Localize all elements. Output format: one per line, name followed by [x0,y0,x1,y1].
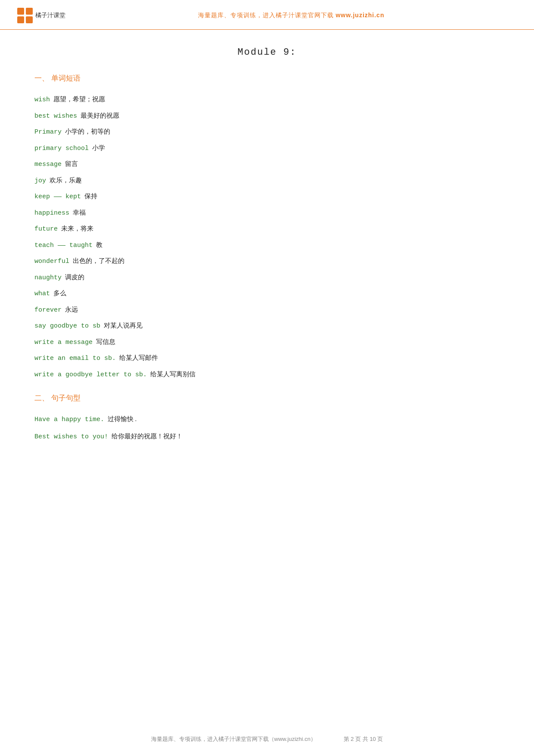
logo-icon [17,8,33,23]
slogan-text: 海量题库、专项训练，进入橘子汁课堂官网下载 [198,12,334,19]
vocab-en: say goodbye to sb [34,322,100,330]
vocab-en: teach ―― taught [34,242,93,249]
vocab-en: message [34,161,62,168]
vocab-zh: 对某人说再见 [104,322,143,329]
vocab-en: keep ―― kept [34,193,81,200]
vocab-zh: 调皮的 [65,274,84,281]
vocab-en: what [34,290,50,297]
vocab-zh: 小学 [92,144,105,151]
vocab-en: wish [34,96,50,103]
page-footer: 海量题库、专项训练，进入橘子汁课堂官网下载（www.juzizhi.cn） 第 … [0,735,534,743]
list-item: naughty 调皮的 [34,271,500,284]
list-item: say goodbye to sb 对某人说再见 [34,319,500,333]
sentence-en: Best wishes to you! [34,433,108,440]
vocab-zh: 幸福 [73,209,86,216]
vocab-zh: 最美好的祝愿 [81,112,119,119]
vocab-en: Primary [34,128,62,136]
vocab-en: naughty [34,274,62,281]
sentence-zh: 过得愉快 . [108,415,137,422]
list-item: wonderful 出色的，了不起的 [34,254,500,268]
vocab-zh: 永远 [65,306,78,313]
vocab-en: happiness [34,209,69,217]
vocab-en: write an email to sb. [34,355,116,362]
vocab-en: wonderful [34,258,69,265]
main-content: Module 9: 一、 单词短语 wish 愿望，希望；祝愿 best wis… [0,30,534,490]
vocab-zh: 欢乐，乐趣 [50,177,82,184]
footer-right-text: 第 2 页 共 10 页 [344,736,383,742]
vocab-zh: 多么 [53,290,66,297]
list-item: keep ―― kept 保持 [34,190,500,203]
sentence-list: Have a happy time. 过得愉快 . Best wishes to… [34,412,500,444]
list-item: write an email to sb. 给某人写邮件 [34,351,500,365]
list-item: teach ―― taught 教 [34,238,500,252]
list-item: forever 永远 [34,303,500,317]
vocab-zh: 写信息 [96,338,115,345]
list-item: primary school 小学 [34,141,500,155]
section1-heading: 一、 单词短语 [34,73,500,83]
vocab-zh: 给某人写邮件 [119,354,158,361]
list-item: message 留言 [34,157,500,171]
list-item: future 未来，将来 [34,222,500,236]
footer-left-text: 海量题库、专项训练，进入橘子汁课堂官网下载（www.juzizhi.cn） [151,736,317,742]
list-item: joy 欢乐，乐趣 [34,174,500,187]
vocab-zh: 出色的，了不起的 [73,257,124,264]
vocab-en: best wishes [34,112,77,120]
list-item: happiness 幸福 [34,206,500,220]
logo-text: 橘子汁课堂 [35,12,65,19]
vocab-en: write a goodbye letter to sb. [34,371,147,378]
svg-rect-3 [26,16,33,23]
list-item: Have a happy time. 过得愉快 . [34,412,500,426]
svg-rect-2 [17,16,24,23]
vocab-zh: 小学的，初等的 [65,128,110,135]
list-item: Primary 小学的，初等的 [34,125,500,139]
vocab-en: primary school [34,145,89,152]
list-item: write a message 写信息 [34,335,500,349]
vocab-zh: 给某人写离别信 [150,371,196,378]
page-header: 橘子汁课堂 海量题库、专项训练，进入橘子汁课堂官网下载 www.juzizhi.… [0,0,534,30]
svg-rect-0 [17,8,24,15]
svg-rect-1 [26,8,33,15]
sentence-en: Have a happy time. [34,416,104,423]
module-title: Module 9: [34,47,500,58]
logo-area: 橘子汁课堂 [17,8,65,23]
vocab-list: wish 愿望，希望；祝愿 best wishes 最美好的祝愿 Primary… [34,93,500,381]
list-item: write a goodbye letter to sb. 给某人写离别信 [34,368,500,381]
header-slogan: 海量题库、专项训练，进入橘子汁课堂官网下载 www.juzizhi.cn [65,12,517,19]
vocab-zh: 教 [96,241,102,248]
list-item: best wishes 最美好的祝愿 [34,109,500,123]
vocab-en: forever [34,306,62,314]
list-item: wish 愿望，希望；祝愿 [34,93,500,106]
vocab-en: joy [34,177,46,184]
sentence-zh: 给你最好的祝愿！祝好！ [112,433,183,440]
list-item: what 多么 [34,287,500,300]
vocab-zh: 保持 [84,193,97,200]
section2-heading: 二、 句子句型 [34,393,500,403]
vocab-zh: 愿望，希望；祝愿 [53,96,105,103]
list-item: Best wishes to you! 给你最好的祝愿！祝好！ [34,430,500,444]
vocab-en: future [34,225,58,233]
vocab-zh: 未来，将来 [61,225,93,232]
vocab-zh: 留言 [65,160,78,167]
vocab-en: write a message [34,339,93,346]
website-text: www.juzizhi.cn [335,12,384,19]
